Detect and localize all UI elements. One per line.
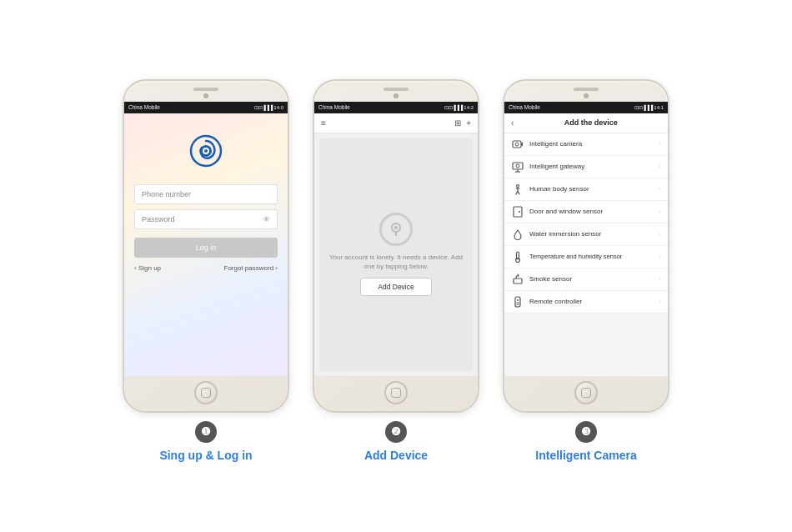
door-sensor-icon bbox=[511, 205, 524, 218]
status-icons-1: ⊡⊡▐▐▐ 14:0 bbox=[254, 104, 283, 110]
temp-sensor-icon bbox=[511, 250, 524, 263]
screen-2: ≡ ⊞ + bbox=[314, 113, 478, 376]
devlist-items: Intelligent camera › Intelligent gateway… bbox=[504, 133, 668, 314]
svg-point-19 bbox=[517, 299, 519, 301]
devlist-back-button[interactable]: ‹ bbox=[511, 118, 514, 128]
carrier-3: China Mobile bbox=[509, 104, 540, 110]
iphone2-bottom bbox=[314, 376, 478, 411]
camera-3 bbox=[584, 93, 589, 98]
remote-icon bbox=[511, 295, 524, 309]
add-device-button[interactable]: Add Device bbox=[360, 278, 431, 296]
carrier-2: China Mobile bbox=[318, 104, 350, 110]
topbar-grid-icon[interactable]: ⊞ bbox=[454, 118, 461, 128]
status-bar-3: China Mobile ⊡⊡▐▐▐ 14:1 bbox=[504, 102, 668, 113]
carrier-1: China Mobile bbox=[128, 104, 160, 110]
svg-point-3 bbox=[204, 149, 208, 153]
home-button-inner-3 bbox=[581, 388, 591, 398]
step2-circle: ❷ bbox=[385, 421, 407, 443]
item-arrow-2: › bbox=[659, 185, 661, 193]
screen-1: Phone number Password 👁 Log in ‹ Sign up bbox=[124, 113, 288, 376]
status-bar-2: China Mobile ⊡⊡▐▐▐ 14:2 bbox=[314, 102, 478, 113]
login-button[interactable]: Log in bbox=[134, 238, 278, 258]
item-arrow-4: › bbox=[659, 230, 661, 238]
list-item[interactable]: Remote controller › bbox=[504, 291, 668, 314]
svg-point-16 bbox=[516, 258, 520, 262]
item-label-door: Door and window sensor bbox=[529, 208, 654, 215]
screen-3: ‹ Add the device Intelligent camera › bbox=[504, 113, 668, 376]
phone1-container: China Mobile ⊡⊡▐▐▐ 14:0 Phone number bbox=[123, 79, 289, 462]
item-arrow-7: › bbox=[659, 298, 661, 305]
home-button-2[interactable] bbox=[384, 381, 408, 404]
phones-row: China Mobile ⊡⊡▐▐▐ 14:0 Phone number bbox=[123, 79, 669, 462]
status-bar-1: China Mobile ⊡⊡▐▐▐ 14:0 bbox=[124, 102, 288, 113]
list-item[interactable]: Water immersion sensor › bbox=[504, 223, 668, 246]
list-item[interactable]: Door and window sensor › bbox=[504, 201, 668, 223]
topbar-menu-icon[interactable]: ≡ bbox=[321, 118, 326, 128]
list-item[interactable]: Intelligent camera › bbox=[504, 133, 668, 156]
svg-point-12 bbox=[517, 184, 519, 187]
item-label-remote: Remote controller bbox=[529, 298, 654, 305]
step3-circle: ❸ bbox=[575, 421, 597, 443]
iphone3-top bbox=[504, 81, 668, 102]
topbar-add-icon[interactable]: + bbox=[466, 118, 471, 128]
adddevice-placeholder-icon bbox=[379, 213, 413, 246]
devlist-header: ‹ Add the device bbox=[504, 113, 668, 133]
list-item[interactable]: Smoke sensor › bbox=[504, 269, 668, 291]
step3-info: ❸ Intelligent Camera bbox=[535, 421, 636, 462]
adddevice-screen: ≡ ⊞ + bbox=[314, 113, 478, 376]
password-field[interactable]: Password 👁 bbox=[134, 209, 278, 229]
list-item[interactable]: Temperature and humidity sensor › bbox=[504, 246, 668, 269]
phone2-container: China Mobile ⊡⊡▐▐▐ 14:2 ≡ ⊞ + bbox=[313, 79, 479, 462]
home-button-1[interactable] bbox=[194, 381, 218, 404]
item-label-temp: Temperature and humidity sensor bbox=[529, 253, 654, 260]
status-icons-3: ⊡⊡▐▐▐ 14:1 bbox=[634, 104, 664, 110]
step1-circle: ❶ bbox=[195, 421, 217, 443]
item-label-water: Water immersion sensor bbox=[529, 230, 654, 238]
svg-rect-6 bbox=[513, 141, 521, 148]
app-logo bbox=[189, 134, 223, 168]
login-links: ‹ Sign up Forgot password › bbox=[134, 264, 278, 272]
adddevice-content: Your account is lonely. It needs a devic… bbox=[319, 138, 473, 371]
forgot-link[interactable]: Forgot password › bbox=[224, 264, 278, 272]
body-sensor-icon bbox=[511, 183, 524, 196]
svg-point-9 bbox=[516, 164, 519, 168]
svg-rect-17 bbox=[514, 279, 522, 284]
iphone1: China Mobile ⊡⊡▐▐▐ 14:0 Phone number bbox=[123, 79, 289, 413]
step2-info: ❷ Add Device bbox=[364, 421, 428, 462]
list-item[interactable]: Human body sensor › bbox=[504, 178, 668, 201]
phone3-container: China Mobile ⊡⊡▐▐▐ 14:1 ‹ Add the device bbox=[503, 79, 669, 462]
speaker-3 bbox=[574, 88, 599, 91]
home-button-inner-1 bbox=[201, 388, 211, 398]
camera-2 bbox=[393, 93, 399, 98]
signup-link[interactable]: ‹ Sign up bbox=[134, 264, 161, 272]
water-sensor-icon bbox=[511, 228, 524, 241]
camera-1 bbox=[203, 93, 208, 98]
item-arrow-0: › bbox=[659, 140, 661, 148]
gateway-list-icon bbox=[511, 160, 524, 173]
adddevice-empty-text: Your account is lonely. It needs a devic… bbox=[328, 253, 464, 271]
item-arrow-5: › bbox=[659, 253, 661, 260]
iphone3-bottom bbox=[504, 376, 668, 411]
svg-point-5 bbox=[394, 226, 398, 229]
item-label-smoke: Smoke sensor bbox=[529, 275, 654, 283]
devlist-title: Add the device bbox=[520, 118, 661, 127]
speaker-2 bbox=[383, 88, 409, 91]
iphone1-top bbox=[124, 81, 288, 102]
home-button-inner-2 bbox=[391, 388, 401, 398]
location-icon bbox=[388, 221, 404, 238]
smoke-sensor-icon bbox=[511, 273, 524, 286]
speaker-1 bbox=[193, 88, 218, 91]
item-label-body: Human body sensor bbox=[529, 185, 654, 193]
phone-number-field[interactable]: Phone number bbox=[134, 184, 278, 204]
item-label-gateway: Intelligent gateway bbox=[529, 163, 654, 170]
status-icons-2: ⊡⊡▐▐▐ 14:2 bbox=[444, 104, 474, 110]
svg-rect-13 bbox=[514, 207, 522, 217]
svg-rect-18 bbox=[515, 297, 520, 307]
list-item[interactable]: Intelligent gateway › bbox=[504, 156, 668, 178]
svg-rect-8 bbox=[513, 163, 523, 169]
home-button-3[interactable] bbox=[574, 381, 598, 404]
svg-point-7 bbox=[515, 143, 519, 146]
item-arrow-1: › bbox=[659, 163, 661, 170]
item-arrow-6: › bbox=[659, 275, 661, 283]
step1-label: Sing up & Log in bbox=[159, 449, 252, 462]
